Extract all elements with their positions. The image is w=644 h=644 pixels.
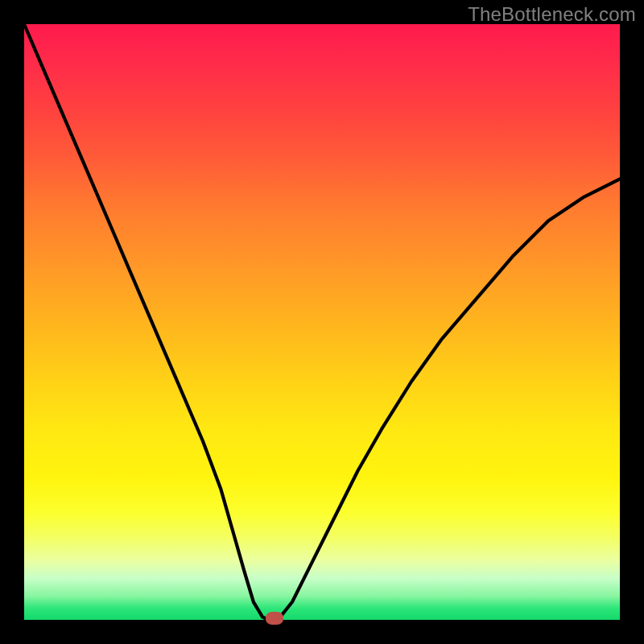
- chart-frame: TheBottleneck.com: [0, 0, 644, 644]
- watermark-text: TheBottleneck.com: [468, 3, 636, 26]
- plot-area: [24, 24, 620, 620]
- bottleneck-curve: [24, 24, 620, 620]
- optimal-marker: [266, 612, 283, 625]
